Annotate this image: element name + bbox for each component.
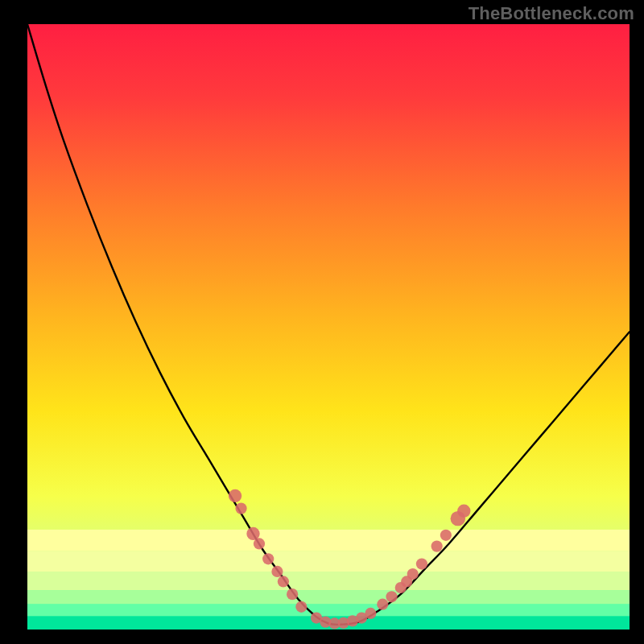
marker-point	[431, 540, 443, 551]
marker-point	[271, 566, 283, 577]
bottleneck-chart	[27, 24, 630, 630]
band-0	[27, 530, 630, 551]
marker-point	[386, 591, 397, 602]
plot-area	[27, 24, 630, 630]
marker-point	[295, 601, 307, 613]
marker-point	[440, 530, 452, 541]
band-2	[27, 572, 630, 591]
marker-point	[262, 553, 274, 564]
marker-point	[407, 568, 419, 580]
marker-point	[457, 505, 470, 518]
band-4	[27, 604, 630, 616]
band-1	[27, 551, 630, 572]
marker-point	[254, 538, 265, 549]
chart-frame: TheBottleneck.com	[0, 0, 644, 644]
marker-point	[365, 608, 376, 619]
marker-point	[235, 502, 246, 514]
marker-point	[416, 558, 427, 569]
marker-point	[377, 599, 388, 610]
marker-point	[287, 588, 298, 600]
marker-point	[278, 576, 289, 587]
band-3	[27, 590, 630, 604]
marker-point	[229, 489, 242, 502]
watermark-text: TheBottleneck.com	[469, 3, 634, 24]
